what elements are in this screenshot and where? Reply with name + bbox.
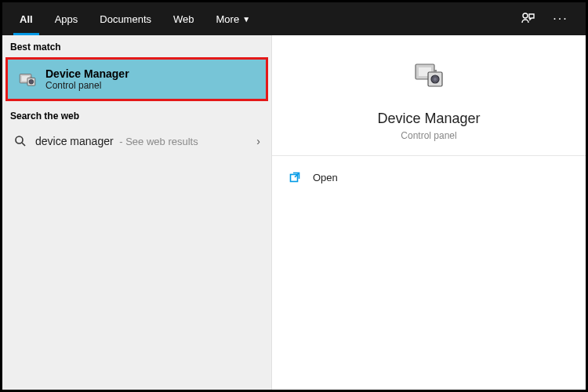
topbar-right: ··· <box>518 2 579 35</box>
search-icon <box>13 134 27 148</box>
best-match-result[interactable]: Device Manager Control panel <box>5 57 268 101</box>
preview-subtitle: Control panel <box>401 130 456 141</box>
open-action-label: Open <box>313 172 338 183</box>
preview-panel: Device Manager Control panel Open <box>272 35 586 390</box>
feedback-icon[interactable] <box>518 9 537 28</box>
preview-header: Device Manager Control panel <box>272 35 586 156</box>
svg-rect-13 <box>434 70 437 72</box>
tab-apps[interactable]: Apps <box>44 2 89 35</box>
best-match-subtitle: Control panel <box>45 80 129 91</box>
best-match-text: Device Manager Control panel <box>45 67 129 91</box>
results-panel: Best match Device Manager Control panel … <box>2 35 272 390</box>
device-manager-large-icon <box>412 57 446 92</box>
svg-rect-5 <box>31 77 32 78</box>
preview-title: Device Manager <box>377 111 480 127</box>
web-result-query: device manager <box>35 135 114 147</box>
chevron-right-icon: › <box>256 135 260 147</box>
open-action[interactable]: Open <box>272 161 586 194</box>
svg-point-4 <box>29 79 34 84</box>
tab-web[interactable]: Web <box>162 2 205 35</box>
svg-line-7 <box>22 143 25 146</box>
svg-point-0 <box>523 13 528 18</box>
preview-actions: Open <box>272 156 586 198</box>
search-web-label: Search the web <box>2 104 271 126</box>
web-result-suffix: - See web results <box>117 136 198 147</box>
device-manager-icon <box>17 69 38 89</box>
search-tabs-bar: All Apps Documents Web More ▼ ··· <box>2 2 586 35</box>
open-icon <box>288 170 302 184</box>
tab-all[interactable]: All <box>9 2 44 35</box>
tab-documents[interactable]: Documents <box>89 2 162 35</box>
chevron-down-icon: ▼ <box>242 15 250 24</box>
main-content: Best match Device Manager Control panel … <box>2 35 586 390</box>
svg-point-6 <box>16 136 23 143</box>
best-match-label: Best match <box>2 35 271 57</box>
web-result-text: device manager - See web results <box>35 134 198 148</box>
best-match-title: Device Manager <box>45 67 129 80</box>
tab-more[interactable]: More ▼ <box>205 2 262 35</box>
web-result-row[interactable]: device manager - See web results › <box>2 126 271 156</box>
more-options-icon[interactable]: ··· <box>551 9 570 28</box>
tab-more-label: More <box>216 13 240 25</box>
svg-point-12 <box>434 78 437 81</box>
